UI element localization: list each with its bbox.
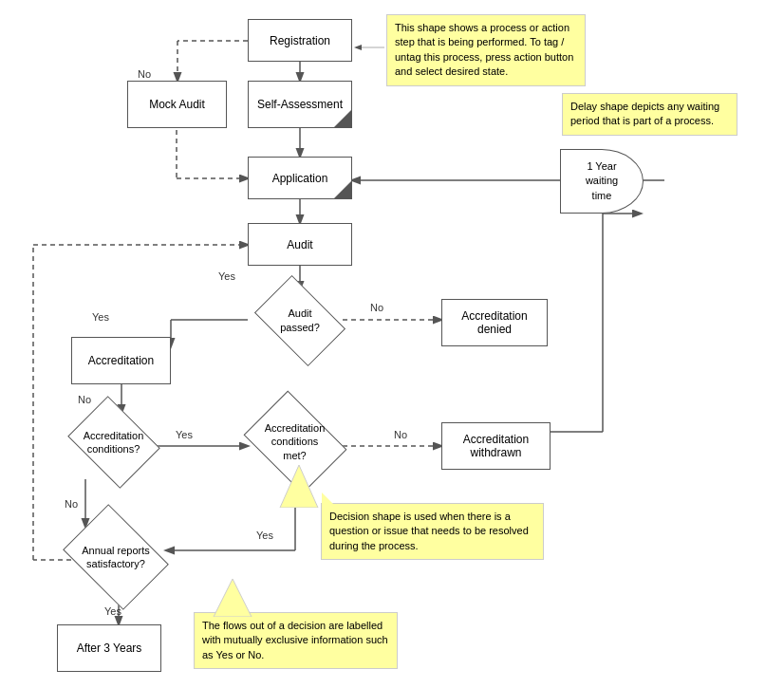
- accreditation-shape[interactable]: Accreditation: [71, 337, 171, 384]
- flow-tooltip: The flows out of a decision are labelled…: [194, 612, 398, 669]
- decision-tooltip-text: Decision shape is used when there is a q…: [329, 511, 529, 551]
- self-assessment-label: Self-Assessment: [257, 98, 343, 111]
- one-year-label: 1 Yearwaitingtime: [586, 159, 618, 203]
- accreditation-label: Accreditation: [88, 354, 154, 367]
- label-yes-acc: Yes: [176, 429, 193, 440]
- label-yes-annual: Yes: [256, 530, 273, 541]
- accreditation-denied-shape[interactable]: Accreditationdenied: [441, 299, 548, 346]
- registration-label: Registration: [270, 34, 330, 47]
- diagram-container: Registration Mock Audit Self-Assessment …: [0, 0, 784, 688]
- after-years-label: After 3 Years: [77, 642, 142, 655]
- process-tooltip: This shape shows a process or action ste…: [386, 14, 586, 86]
- self-assessment-shape[interactable]: Self-Assessment: [248, 81, 352, 128]
- label-no-acc: No: [78, 394, 91, 405]
- annual-reports-shape[interactable]: Annual reportssatisfactory?: [65, 520, 167, 594]
- registration-shape[interactable]: Registration: [248, 19, 352, 62]
- flow-tooltip-text: The flows out of a decision are labelled…: [202, 620, 388, 660]
- accreditation-withdrawn-label: Accreditationwithdrawn: [463, 433, 529, 459]
- accreditation-conditions-label: Accreditationconditions?: [84, 429, 144, 456]
- delay-tooltip-text: Delay shape depicts any waiting period t…: [570, 101, 719, 126]
- label-no-met: No: [394, 429, 407, 440]
- accreditation-withdrawn-shape[interactable]: Accreditationwithdrawn: [441, 422, 551, 470]
- label-no2: No: [370, 302, 383, 313]
- after-years-shape[interactable]: After 3 Years: [57, 624, 161, 672]
- flow-tooltip-arrow-svg: [209, 579, 256, 617]
- audit-shape[interactable]: Audit: [248, 223, 352, 266]
- application-label: Application: [272, 172, 328, 185]
- audit-label: Audit: [287, 238, 312, 251]
- accreditation-conditions-met-label: Accreditationconditionsmet?: [265, 421, 326, 462]
- audit-passed-shape[interactable]: Auditpassed?: [256, 289, 344, 351]
- label-no-audit: No: [138, 68, 151, 80]
- mock-audit-shape[interactable]: Mock Audit: [127, 81, 227, 128]
- label-yes1: Yes: [218, 270, 235, 282]
- accreditation-denied-label: Accreditationdenied: [461, 309, 527, 336]
- audit-passed-label: Auditpassed?: [280, 307, 320, 334]
- accreditation-conditions-shape[interactable]: Accreditationconditions?: [68, 408, 159, 476]
- svg-marker-28: [214, 579, 252, 617]
- mock-audit-label: Mock Audit: [149, 98, 205, 111]
- label-yes-after: Yes: [104, 605, 121, 617]
- decision-tooltip: Decision shape is used when there is a q…: [321, 503, 544, 560]
- accreditation-conditions-met-shape[interactable]: Accreditationconditionsmet?: [245, 406, 345, 477]
- one-year-wait-shape[interactable]: 1 Yearwaitingtime: [560, 149, 644, 214]
- label-no-annual: No: [65, 498, 78, 510]
- delay-tooltip: Delay shape depicts any waiting period t…: [562, 93, 737, 136]
- label-yes1b: Yes: [92, 311, 109, 323]
- process-tooltip-text: This shape shows a process or action ste…: [395, 22, 573, 77]
- application-shape[interactable]: Application: [248, 157, 352, 199]
- annual-reports-label: Annual reportssatisfactory?: [82, 544, 150, 571]
